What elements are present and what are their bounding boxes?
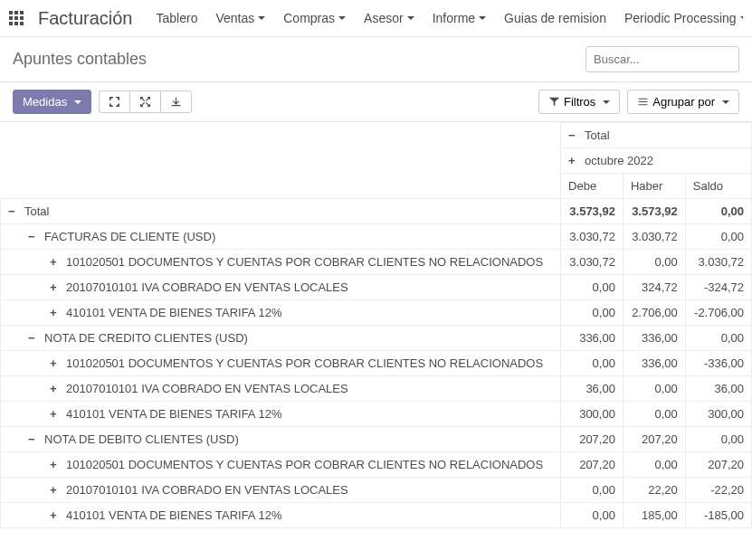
cell-debe[interactable]: 3.030,72: [561, 250, 623, 275]
table-row: +101020501 DOCUMENTOS Y CUENTAS POR COBR…: [1, 452, 752, 478]
plus-icon: +: [50, 382, 61, 395]
cell-saldo[interactable]: 0,00: [685, 326, 751, 351]
cell-saldo[interactable]: -336,00: [685, 351, 751, 376]
expand-button[interactable]: [99, 90, 129, 113]
chevron-down-icon: [74, 100, 81, 104]
app-brand[interactable]: Facturación: [38, 8, 133, 29]
cell-saldo[interactable]: 0,00: [685, 199, 751, 224]
top-nav: Facturación Tablero Ventas Compras Aseso…: [0, 0, 752, 37]
cell-debe[interactable]: 3.573,92: [561, 199, 623, 224]
cell-haber[interactable]: 2.706,00: [623, 300, 685, 326]
table-row: +20107010101 IVA COBRADO EN VENTAS LOCAL…: [1, 275, 752, 300]
plus-icon: +: [50, 407, 61, 421]
download-button[interactable]: [160, 90, 192, 113]
row-account[interactable]: +410101 VENTA DE BIENES TARIFA 12%: [1, 503, 561, 528]
search-input[interactable]: [585, 46, 739, 72]
cell-saldo[interactable]: 207,20: [685, 452, 751, 478]
row-account[interactable]: +101020501 DOCUMENTOS Y CUENTAS POR COBR…: [1, 351, 561, 376]
col-haber[interactable]: Haber: [623, 174, 685, 199]
menu-asesor[interactable]: Asesor: [357, 7, 422, 29]
cell-haber[interactable]: 207,20: [623, 427, 685, 452]
cell-saldo[interactable]: 0,00: [685, 224, 751, 250]
cell-debe[interactable]: 36,00: [561, 376, 623, 402]
cell-debe[interactable]: 0,00: [561, 503, 623, 528]
row-group[interactable]: −NOTA DE DEBITO CLIENTES (USD): [1, 427, 561, 452]
row-account[interactable]: +20107010101 IVA COBRADO EN VENTAS LOCAL…: [1, 478, 561, 503]
page-title: Apuntes contables: [13, 50, 585, 69]
cell-saldo[interactable]: -22,20: [685, 478, 751, 503]
cell-debe[interactable]: 207,20: [561, 452, 623, 478]
cell-saldo[interactable]: -185,00: [685, 503, 751, 528]
fullscreen-button[interactable]: [129, 90, 160, 113]
cell-haber[interactable]: 336,00: [623, 351, 685, 376]
expand-icon: [109, 96, 120, 108]
plus-icon: +: [50, 483, 61, 497]
download-icon: [170, 96, 182, 108]
menu-guias[interactable]: Guias de remision: [497, 7, 614, 29]
cell-debe[interactable]: 3.030,72: [561, 224, 623, 250]
cell-haber[interactable]: 3.573,92: [623, 199, 685, 224]
cell-debe[interactable]: 0,00: [561, 300, 623, 326]
chevron-down-icon: [338, 16, 346, 20]
plus-icon: +: [50, 356, 61, 370]
menu-compras[interactable]: Compras: [276, 7, 353, 29]
row-account[interactable]: +101020501 DOCUMENTOS Y CUENTAS POR COBR…: [1, 250, 561, 275]
table-row: −Total 3.573,92 3.573,92 0,00: [1, 199, 752, 224]
row-account[interactable]: +410101 VENTA DE BIENES TARIFA 12%: [1, 300, 561, 326]
cell-debe[interactable]: 0,00: [561, 351, 623, 376]
cell-debe[interactable]: 0,00: [561, 275, 623, 300]
pivot-table: −Total +octubre 2022 Debe Haber Saldo −T…: [0, 122, 752, 528]
pivot-container[interactable]: −Total +octubre 2022 Debe Haber Saldo −T…: [0, 122, 752, 555]
row-account[interactable]: +20107010101 IVA COBRADO EN VENTAS LOCAL…: [1, 376, 561, 402]
cell-haber[interactable]: 336,00: [623, 326, 685, 351]
cell-haber[interactable]: 22,20: [623, 478, 685, 503]
subheader: Apuntes contables: [0, 37, 752, 82]
table-row: −NOTA DE DEBITO CLIENTES (USD) 207,20 20…: [1, 427, 752, 452]
menu-ventas[interactable]: Ventas: [208, 7, 272, 29]
cell-debe[interactable]: 336,00: [561, 326, 623, 351]
menu-informe[interactable]: Informe: [425, 7, 493, 29]
row-account[interactable]: +101020501 DOCUMENTOS Y CUENTAS POR COBR…: [1, 452, 561, 478]
cell-haber[interactable]: 0,00: [623, 402, 685, 427]
cell-saldo[interactable]: 3.030,72: [685, 250, 751, 275]
row-account[interactable]: +20107010101 IVA COBRADO EN VENTAS LOCAL…: [1, 275, 561, 300]
filters-label: Filtros: [564, 95, 595, 109]
plus-icon: +: [50, 255, 61, 269]
cell-saldo[interactable]: -324,72: [685, 275, 751, 300]
row-group[interactable]: −FACTURAS DE CLIENTE (USD): [1, 224, 561, 250]
cell-saldo[interactable]: 0,00: [685, 427, 751, 452]
cell-haber[interactable]: 185,00: [623, 503, 685, 528]
minus-icon: −: [28, 432, 39, 446]
col-debe[interactable]: Debe: [561, 174, 623, 199]
cell-debe[interactable]: 207,20: [561, 427, 623, 452]
table-row: +410101 VENTA DE BIENES TARIFA 12% 0,00 …: [1, 503, 752, 528]
col-saldo[interactable]: Saldo: [685, 174, 751, 199]
col-header-total[interactable]: −Total: [561, 123, 752, 148]
measures-button[interactable]: Medidas: [13, 90, 91, 114]
apps-icon[interactable]: [9, 11, 24, 25]
cell-haber[interactable]: 3.030,72: [623, 224, 685, 250]
groupby-button[interactable]: Agrupar por: [627, 90, 739, 114]
cell-debe[interactable]: 300,00: [561, 402, 623, 427]
col-header-period[interactable]: +octubre 2022: [561, 148, 752, 174]
row-account[interactable]: +410101 VENTA DE BIENES TARIFA 12%: [1, 402, 561, 427]
list-icon: [637, 96, 649, 108]
plus-icon: +: [50, 458, 61, 471]
row-total[interactable]: −Total: [1, 199, 561, 224]
cell-debe[interactable]: 0,00: [561, 478, 623, 503]
cell-saldo[interactable]: 300,00: [685, 402, 751, 427]
cell-haber[interactable]: 0,00: [623, 452, 685, 478]
chevron-down-icon: [740, 16, 743, 20]
menu-tablero[interactable]: Tablero: [149, 7, 205, 29]
cell-haber[interactable]: 0,00: [623, 250, 685, 275]
measures-label: Medidas: [23, 95, 67, 109]
cell-saldo[interactable]: -2.706,00: [685, 300, 751, 326]
menu-periodic[interactable]: Periodic Processing: [617, 7, 743, 29]
chevron-down-icon: [722, 100, 729, 104]
cell-saldo[interactable]: 36,00: [685, 376, 751, 402]
groupby-label: Agrupar por: [652, 95, 715, 109]
cell-haber[interactable]: 0,00: [623, 376, 685, 402]
filters-button[interactable]: Filtros: [538, 90, 620, 114]
row-group[interactable]: −NOTA DE CREDITO CLIENTES (USD): [1, 326, 561, 351]
cell-haber[interactable]: 324,72: [623, 275, 685, 300]
